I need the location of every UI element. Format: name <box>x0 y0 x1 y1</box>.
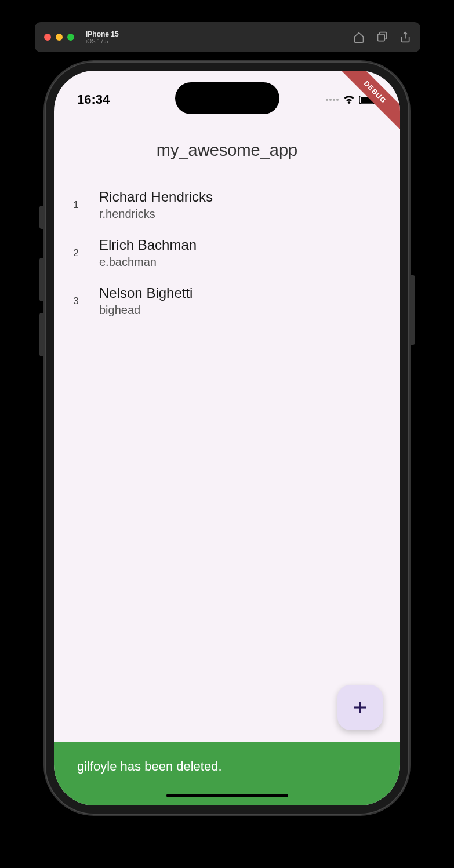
item-username: r.hendricks <box>99 207 213 221</box>
debug-banner: DEBUG <box>330 71 400 140</box>
item-username: e.bachman <box>99 256 197 269</box>
list-item[interactable]: 1 Richard Hendricks r.hendricks <box>54 181 400 229</box>
app-title: my_awesome_app <box>157 141 297 160</box>
home-indicator[interactable] <box>166 794 288 797</box>
item-index: 3 <box>71 296 81 307</box>
item-index: 1 <box>71 199 81 211</box>
phone-frame: DEBUG 16:34 <box>45 61 409 815</box>
simulator-device-label: iPhone 15 <box>86 30 119 38</box>
phone-screen: DEBUG 16:34 <box>54 71 400 805</box>
screenshot-icon[interactable] <box>376 31 388 43</box>
status-time: 16:34 <box>77 92 110 107</box>
phone-volume-up <box>39 258 44 301</box>
simulator-os-label: iOS 17.5 <box>86 38 119 45</box>
share-icon[interactable] <box>399 31 411 43</box>
list-item[interactable]: 2 Elrich Bachman e.bachman <box>54 229 400 277</box>
item-content: Nelson Bighetti bighead <box>99 285 193 317</box>
debug-ribbon-label: DEBUG <box>338 71 400 129</box>
simulator-title: iPhone 15 iOS 17.5 <box>86 30 119 45</box>
simulator-toolbar-icons <box>353 31 411 43</box>
item-name: Elrich Bachman <box>99 237 197 253</box>
phone-silent-switch <box>39 206 44 229</box>
plus-icon <box>351 699 369 716</box>
item-content: Elrich Bachman e.bachman <box>99 237 197 269</box>
snackbar-message: gilfoyle has been deleted. <box>77 759 222 774</box>
item-name: Richard Hendricks <box>99 189 213 205</box>
item-username: bighead <box>99 304 193 317</box>
svg-rect-0 <box>378 34 385 41</box>
item-name: Nelson Bighetti <box>99 285 193 301</box>
item-index: 2 <box>71 247 81 259</box>
window-zoom-button[interactable] <box>67 34 74 41</box>
window-minimize-button[interactable] <box>56 34 63 41</box>
list-item[interactable]: 3 Nelson Bighetti bighead <box>54 277 400 325</box>
traffic-lights <box>44 34 74 41</box>
simulator-window-bar: iPhone 15 iOS 17.5 <box>35 22 420 52</box>
item-content: Richard Hendricks r.hendricks <box>99 189 213 221</box>
phone-volume-down <box>39 313 44 356</box>
dynamic-island <box>175 82 279 114</box>
add-button[interactable] <box>337 685 383 730</box>
home-icon[interactable] <box>353 31 365 43</box>
window-close-button[interactable] <box>44 34 51 41</box>
phone-power-button <box>411 275 415 345</box>
